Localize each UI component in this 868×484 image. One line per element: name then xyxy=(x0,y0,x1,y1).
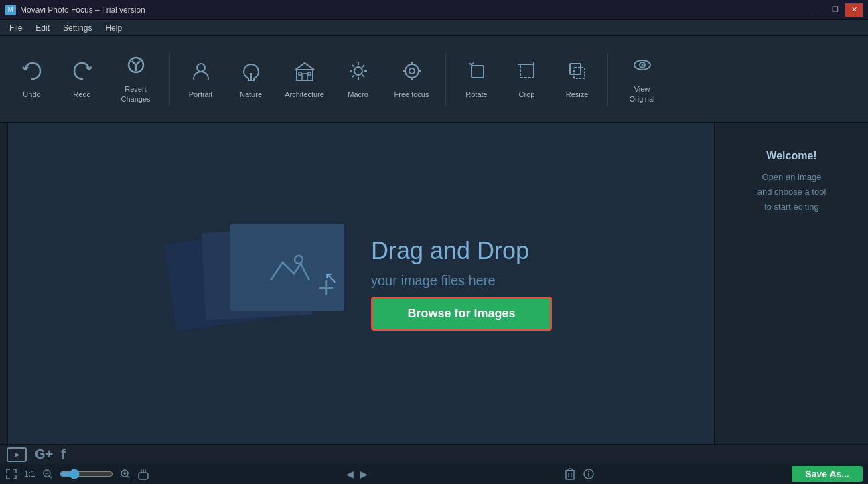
crop-icon xyxy=(516,60,538,86)
youtube-icon[interactable]: ▶ xyxy=(7,447,27,462)
drop-zone: + ↖ Drag and Drop your image files here … xyxy=(170,217,552,351)
svg-point-32 xyxy=(641,64,643,66)
svg-rect-47 xyxy=(566,471,574,479)
view-original-label: ViewOriginal xyxy=(630,84,655,104)
menu-help[interactable]: Help xyxy=(98,22,129,34)
drag-drop-subtitle: your image files here xyxy=(371,273,496,289)
right-panel: Welcome! Open an imageand choose a toolt… xyxy=(714,123,868,444)
title-bar-left: M Movavi Photo Focus – Trial version xyxy=(5,5,145,15)
separator-1 xyxy=(169,52,170,106)
nature-button[interactable]: Nature xyxy=(226,42,276,116)
revert-icon xyxy=(125,54,147,80)
free-focus-button[interactable]: Free focus xyxy=(383,42,440,116)
svg-line-37 xyxy=(49,476,52,479)
menu-edit[interactable]: Edit xyxy=(29,22,56,34)
zoom-in-button[interactable] xyxy=(120,469,131,479)
redo-icon xyxy=(72,60,93,86)
fit-to-window-button[interactable] xyxy=(5,468,17,480)
hand-tool-button[interactable] xyxy=(137,467,149,481)
bottom-bar: ▶ G+ f xyxy=(0,444,868,464)
close-button[interactable]: ✕ xyxy=(845,3,863,17)
svg-point-56 xyxy=(588,471,589,473)
portrait-icon xyxy=(190,60,212,86)
svg-rect-6 xyxy=(302,74,307,80)
view-original-button[interactable]: ViewOriginal xyxy=(613,42,670,116)
nature-label: Nature xyxy=(240,90,262,98)
browse-for-images-button[interactable]: Browse for Images xyxy=(371,297,552,331)
welcome-text: Open an imageand choose a toolto start e… xyxy=(744,170,840,214)
title-bar: M Movavi Photo Focus – Trial version — ❐… xyxy=(0,0,868,20)
free-focus-icon xyxy=(401,60,423,86)
rotate-icon xyxy=(466,60,488,86)
undo-label: Undo xyxy=(23,90,40,98)
resize-button[interactable]: Resize xyxy=(552,42,602,116)
svg-rect-24 xyxy=(472,66,484,78)
nature-icon xyxy=(240,60,262,86)
save-as-button[interactable]: Save As... xyxy=(792,466,863,482)
drop-images: + ↖ xyxy=(170,217,344,351)
resize-label: Resize xyxy=(566,90,589,98)
svg-line-17 xyxy=(352,75,354,77)
undo-button[interactable]: Undo xyxy=(7,42,57,116)
drop-text: Drag and Drop your image files here Brow… xyxy=(371,237,552,331)
left-strip xyxy=(0,123,8,444)
svg-point-2 xyxy=(197,64,205,72)
svg-marker-5 xyxy=(295,63,314,70)
canvas-area[interactable]: + ↖ Drag and Drop your image files here … xyxy=(8,123,714,444)
zoom-out-button[interactable] xyxy=(42,469,53,479)
macro-label: Macro xyxy=(348,90,368,98)
portrait-label: Portrait xyxy=(189,90,212,98)
portrait-button[interactable]: Portrait xyxy=(175,42,226,116)
architecture-icon xyxy=(294,60,315,86)
free-focus-label: Free focus xyxy=(394,90,429,98)
menu-file[interactable]: File xyxy=(3,22,29,34)
svg-line-16 xyxy=(362,65,364,67)
macro-button[interactable]: Macro xyxy=(333,42,383,116)
svg-point-35 xyxy=(295,256,303,264)
redo-label: Redo xyxy=(73,90,90,98)
prev-image-button[interactable]: ◀ xyxy=(346,469,354,479)
svg-line-14 xyxy=(352,65,354,67)
info-button[interactable] xyxy=(583,468,595,480)
next-image-button[interactable]: ▶ xyxy=(360,469,368,479)
svg-line-15 xyxy=(362,75,364,77)
menu-bar: File Edit Settings Help xyxy=(0,20,868,36)
drag-drop-title: Drag and Drop xyxy=(371,237,529,265)
revert-label: RevertChanges xyxy=(121,84,150,104)
separator-3 xyxy=(607,52,608,106)
zoom-slider[interactable] xyxy=(60,469,113,479)
architecture-button[interactable]: Architecture xyxy=(276,42,333,116)
delete-button[interactable] xyxy=(564,467,576,481)
resize-icon xyxy=(567,60,588,86)
maximize-button[interactable]: ❐ xyxy=(826,3,844,17)
minimize-button[interactable]: — xyxy=(808,3,825,17)
rotate-button[interactable]: Rotate xyxy=(451,42,502,116)
svg-point-19 xyxy=(409,68,415,74)
svg-point-18 xyxy=(405,64,419,78)
redo-button[interactable]: Redo xyxy=(57,42,107,116)
google-plus-icon[interactable]: G+ xyxy=(35,447,53,462)
menu-settings[interactable]: Settings xyxy=(56,22,98,34)
revert-button[interactable]: RevertChanges xyxy=(107,42,164,116)
svg-rect-43 xyxy=(139,473,148,479)
separator-2 xyxy=(445,52,446,106)
svg-line-40 xyxy=(127,476,129,479)
macro-icon xyxy=(348,60,369,86)
app-icon: M xyxy=(5,5,16,15)
image-placeholder-main: + ↖ xyxy=(230,224,344,311)
welcome-title: Welcome! xyxy=(766,150,816,162)
architecture-label: Architecture xyxy=(285,90,324,98)
crop-label: Crop xyxy=(519,90,535,98)
svg-point-9 xyxy=(354,67,362,75)
facebook-icon[interactable]: f xyxy=(61,447,66,462)
window-controls: — ❐ ✕ xyxy=(808,3,863,17)
crop-button[interactable]: Crop xyxy=(502,42,552,116)
view-original-icon xyxy=(632,54,653,80)
toolbar: Undo Redo RevertChanges Portrait Nature … xyxy=(0,36,868,123)
svg-rect-25 xyxy=(520,64,534,78)
svg-rect-8 xyxy=(308,72,311,75)
zoom-ratio-label: 1:1 xyxy=(24,469,35,479)
svg-rect-7 xyxy=(299,72,301,75)
svg-rect-29 xyxy=(574,68,585,78)
status-bar: 1:1 ◀ ▶ Save As... xyxy=(0,464,868,484)
